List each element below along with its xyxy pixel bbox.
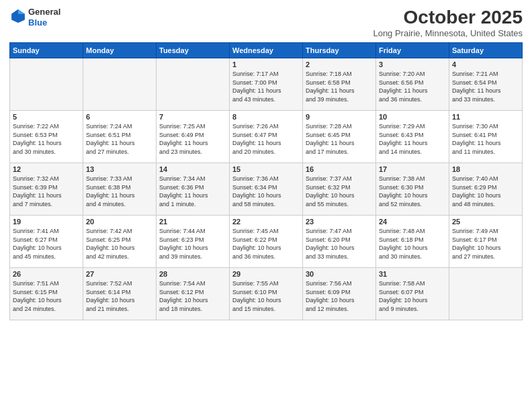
weekday-header-row: SundayMondayTuesdayWednesdayThursdayFrid… [10,43,523,58]
week-row-1: 5Sunrise: 7:22 AM Sunset: 6:53 PM Daylig… [10,111,523,163]
day-cell: 6Sunrise: 7:24 AM Sunset: 6:51 PM Daylig… [83,111,157,163]
day-info: Sunrise: 7:56 AM Sunset: 6:09 PM Dayligh… [306,279,373,313]
day-info: Sunrise: 7:30 AM Sunset: 6:41 PM Dayligh… [452,122,519,156]
day-info: Sunrise: 7:52 AM Sunset: 6:14 PM Dayligh… [86,279,153,313]
day-cell: 26Sunrise: 7:51 AM Sunset: 6:15 PM Dayli… [10,268,83,320]
weekday-header-friday: Friday [376,43,449,58]
day-number: 16 [306,165,373,173]
day-number: 29 [232,270,300,278]
day-number: 19 [13,218,80,226]
day-number: 1 [232,60,300,68]
day-cell: 9Sunrise: 7:28 AM Sunset: 6:45 PM Daylig… [303,111,376,163]
day-number: 12 [13,165,80,173]
day-info: Sunrise: 7:18 AM Sunset: 6:58 PM Dayligh… [306,70,373,103]
day-cell: 30Sunrise: 7:56 AM Sunset: 6:09 PM Dayli… [303,268,376,320]
weekday-header-saturday: Saturday [449,43,523,58]
day-number: 4 [452,60,519,68]
day-cell: 28Sunrise: 7:54 AM Sunset: 6:12 PM Dayli… [157,268,230,320]
day-info: Sunrise: 7:17 AM Sunset: 7:00 PM Dayligh… [232,70,300,103]
svg-marker-2 [11,9,18,14]
day-cell [83,58,157,111]
day-number: 26 [13,270,80,278]
day-info: Sunrise: 7:51 AM Sunset: 6:15 PM Dayligh… [13,279,80,313]
day-number: 27 [86,270,153,278]
day-cell: 11Sunrise: 7:30 AM Sunset: 6:41 PM Dayli… [449,111,523,163]
day-number: 10 [379,113,446,121]
day-cell: 1Sunrise: 7:17 AM Sunset: 7:00 PM Daylig… [230,58,303,111]
day-info: Sunrise: 7:25 AM Sunset: 6:49 PM Dayligh… [159,122,226,156]
day-info: Sunrise: 7:21 AM Sunset: 6:54 PM Dayligh… [452,70,519,103]
day-number: 11 [452,113,519,121]
day-info: Sunrise: 7:45 AM Sunset: 6:22 PM Dayligh… [232,227,300,261]
week-row-3: 19Sunrise: 7:41 AM Sunset: 6:27 PM Dayli… [10,216,523,268]
day-number: 13 [86,165,153,173]
day-cell [10,58,83,111]
day-info: Sunrise: 7:47 AM Sunset: 6:20 PM Dayligh… [306,227,373,261]
title-block: October 2025 Long Prairie, Minnesota, Un… [373,7,523,38]
day-info: Sunrise: 7:24 AM Sunset: 6:51 PM Dayligh… [86,122,153,156]
day-number: 8 [232,113,300,121]
day-cell: 12Sunrise: 7:32 AM Sunset: 6:39 PM Dayli… [10,163,83,216]
weekday-header-monday: Monday [83,43,157,58]
day-info: Sunrise: 7:38 AM Sunset: 6:30 PM Dayligh… [379,175,446,208]
day-number: 23 [306,218,373,226]
day-number: 21 [159,218,226,226]
day-cell [449,268,523,320]
day-info: Sunrise: 7:42 AM Sunset: 6:25 PM Dayligh… [86,227,153,261]
day-cell: 19Sunrise: 7:41 AM Sunset: 6:27 PM Dayli… [10,216,83,268]
day-cell: 7Sunrise: 7:25 AM Sunset: 6:49 PM Daylig… [157,111,230,163]
week-row-2: 12Sunrise: 7:32 AM Sunset: 6:39 PM Dayli… [10,163,523,216]
day-number: 30 [306,270,373,278]
day-cell: 24Sunrise: 7:48 AM Sunset: 6:18 PM Dayli… [376,216,449,268]
day-info: Sunrise: 7:44 AM Sunset: 6:23 PM Dayligh… [159,227,226,261]
day-info: Sunrise: 7:41 AM Sunset: 6:27 PM Dayligh… [13,227,80,261]
day-number: 2 [306,60,373,68]
day-info: Sunrise: 7:20 AM Sunset: 6:56 PM Dayligh… [379,70,446,103]
day-number: 24 [379,218,446,226]
day-number: 6 [86,113,153,121]
day-info: Sunrise: 7:33 AM Sunset: 6:38 PM Dayligh… [86,175,153,208]
day-info: Sunrise: 7:58 AM Sunset: 6:07 PM Dayligh… [379,279,446,313]
svg-marker-1 [18,9,25,14]
day-info: Sunrise: 7:32 AM Sunset: 6:39 PM Dayligh… [13,175,80,208]
weekday-header-sunday: Sunday [10,43,83,58]
day-cell: 25Sunrise: 7:49 AM Sunset: 6:17 PM Dayli… [449,216,523,268]
day-cell: 22Sunrise: 7:45 AM Sunset: 6:22 PM Dayli… [230,216,303,268]
weekday-header-thursday: Thursday [303,43,376,58]
day-cell: 8Sunrise: 7:26 AM Sunset: 6:47 PM Daylig… [230,111,303,163]
day-cell: 5Sunrise: 7:22 AM Sunset: 6:53 PM Daylig… [10,111,83,163]
day-number: 5 [13,113,80,121]
day-info: Sunrise: 7:40 AM Sunset: 6:29 PM Dayligh… [452,175,519,208]
day-info: Sunrise: 7:28 AM Sunset: 6:45 PM Dayligh… [306,122,373,156]
day-cell: 20Sunrise: 7:42 AM Sunset: 6:25 PM Dayli… [83,216,157,268]
weekday-header-tuesday: Tuesday [157,43,230,58]
day-number: 28 [159,270,226,278]
logo-icon [11,9,26,24]
header: General Blue October 2025 Long Prairie, … [9,7,523,38]
day-cell: 4Sunrise: 7:21 AM Sunset: 6:54 PM Daylig… [449,58,523,111]
week-row-4: 26Sunrise: 7:51 AM Sunset: 6:15 PM Dayli… [10,268,523,320]
logo-general: General [28,7,60,17]
logo-text: General Blue [28,7,60,28]
day-number: 20 [86,218,153,226]
day-cell: 16Sunrise: 7:37 AM Sunset: 6:32 PM Dayli… [303,163,376,216]
day-number: 15 [232,165,300,173]
day-cell: 3Sunrise: 7:20 AM Sunset: 6:56 PM Daylig… [376,58,449,111]
day-number: 31 [379,270,446,278]
day-cell: 17Sunrise: 7:38 AM Sunset: 6:30 PM Dayli… [376,163,449,216]
day-info: Sunrise: 7:54 AM Sunset: 6:12 PM Dayligh… [159,279,226,313]
calendar-table: SundayMondayTuesdayWednesdayThursdayFrid… [9,42,523,320]
day-info: Sunrise: 7:49 AM Sunset: 6:17 PM Dayligh… [452,227,519,261]
day-info: Sunrise: 7:36 AM Sunset: 6:34 PM Dayligh… [232,175,300,208]
day-info: Sunrise: 7:26 AM Sunset: 6:47 PM Dayligh… [232,122,300,156]
day-number: 3 [379,60,446,68]
day-number: 25 [452,218,519,226]
day-info: Sunrise: 7:37 AM Sunset: 6:32 PM Dayligh… [306,175,373,208]
day-cell: 13Sunrise: 7:33 AM Sunset: 6:38 PM Dayli… [83,163,157,216]
day-cell: 27Sunrise: 7:52 AM Sunset: 6:14 PM Dayli… [83,268,157,320]
logo: General Blue [9,7,60,28]
weekday-header-wednesday: Wednesday [230,43,303,58]
day-number: 18 [452,165,519,173]
day-info: Sunrise: 7:48 AM Sunset: 6:18 PM Dayligh… [379,227,446,261]
day-cell: 15Sunrise: 7:36 AM Sunset: 6:34 PM Dayli… [230,163,303,216]
